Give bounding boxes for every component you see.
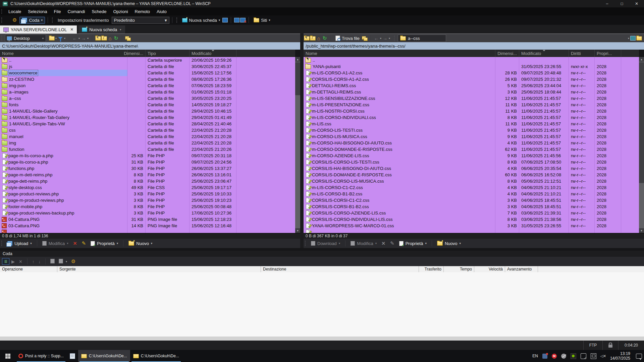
start-button[interactable] <box>0 350 15 362</box>
download-button[interactable]: Download ▾ <box>309 240 342 247</box>
toolbar-grip[interactable] <box>1 36 3 41</box>
tray-app-notification-icon[interactable] <box>542 354 547 359</box>
queue-items-icon[interactable] <box>59 259 63 264</box>
file-row[interactable]: 03-Cattura.PNG 14 KB PNG Image file 15/0… <box>0 223 295 229</box>
file-row[interactable]: DETTAGLI-REIMS.css 5 KB 25/06/2025 23:44… <box>304 82 639 89</box>
edit-button[interactable]: Modifica ▾ <box>40 240 71 247</box>
notification-center-icon[interactable] <box>636 354 642 359</box>
queue-body[interactable] <box>0 272 644 337</box>
usb-eject-icon[interactable] <box>581 353 586 359</box>
chevron-down-icon[interactable]: ▾ <box>219 18 220 22</box>
forward-icon[interactable]: → <box>80 36 87 41</box>
file-row[interactable]: page-m-dett-reims.php 8 KB File PHP 26/0… <box>0 172 295 178</box>
file-row[interactable]: CORSILIS-CORSO-AZIENDE-LIS.css 7 KB 03/0… <box>304 210 639 216</box>
chevron-down-icon[interactable]: ▾ <box>375 242 377 245</box>
new-tab-button[interactable]: Nuova scheda ▾ <box>180 17 222 23</box>
chevron-down-icon[interactable]: ▾ <box>425 242 427 245</box>
parent-directory-icon[interactable] <box>304 36 310 41</box>
file-row[interactable]: page-m-lis-corso-a.php 25 KB File PHP 09… <box>0 153 295 159</box>
local-path-bar[interactable]: C:\Users\Gokuh\Desktop\WORDPRESS-YANA-MA… <box>0 42 300 50</box>
chevron-down-icon[interactable]: ▾ <box>120 28 121 31</box>
remote-scrollbar[interactable]: ▲ ▼ <box>639 57 644 233</box>
refresh-icon[interactable]: ↻ <box>322 35 328 41</box>
file-row[interactable]: a--css Cartella di file 30/05/2025 23:20… <box>0 95 295 102</box>
column-header-modified[interactable]: Modificato <box>190 50 236 57</box>
scroll-up-icon[interactable]: ▲ <box>639 57 644 62</box>
file-row[interactable]: style-desktop.css 49 KB File CSS 25/06/2… <box>0 184 295 191</box>
column-header-size[interactable]: Dimensi... <box>127 50 146 57</box>
file-row[interactable] <box>0 229 295 233</box>
toolbar-grip[interactable] <box>1 241 3 246</box>
local-scrollbar[interactable]: ▲ ▼ <box>295 57 300 233</box>
chevron-down-icon[interactable]: ▾ <box>78 37 80 40</box>
queue-column-header[interactable]: Destinazione <box>261 266 419 272</box>
scroll-down-icon[interactable]: ▼ <box>639 228 644 233</box>
file-row[interactable]: YANA-pulsanti 31/05/2025 23:26:55 rwxr-x… <box>304 63 639 70</box>
file-row[interactable]: m-LIS-CORSO-A1-A2.css 28 KB 09/07/2025 2… <box>304 70 639 76</box>
taskbar-browser-window[interactable]: Post a reply :: Supp... <box>15 350 67 362</box>
directory-tree-icon[interactable] <box>636 36 642 41</box>
clock[interactable]: 13:19 14/07/2025 <box>610 351 630 361</box>
open-directory-icon[interactable] <box>49 36 55 41</box>
file-row[interactable]: page-product-reviews.php 3 KB File PHP 2… <box>0 191 295 197</box>
filter-icon[interactable] <box>57 37 63 40</box>
toolbar-overflow-icon[interactable]: ▾ <box>628 37 629 40</box>
queue-column-header[interactable]: Trasferito <box>419 266 444 272</box>
chevron-down-icon[interactable]: ▾ <box>67 242 68 245</box>
volume-muted-icon[interactable]: ◁✕ <box>601 354 606 359</box>
root-directory-icon[interactable] <box>310 36 316 41</box>
file-row[interactable]: page-lis-corso-a.php 31 KB File PHP 09/0… <box>0 159 295 165</box>
rename-button[interactable]: ✎ <box>388 239 397 247</box>
file-row[interactable]: m-LIS-SENSIBILIZZAZIONE.css 12 KB 11/06/… <box>304 95 639 102</box>
copy-session-icon[interactable] <box>362 36 368 40</box>
file-row[interactable]: CORSILIS-CORSI-B1-B2.css 3 KB 04/06/2025… <box>304 203 639 210</box>
file-row[interactable]: img-json Cartella di file 07/06/2025 18:… <box>0 82 295 89</box>
file-row[interactable] <box>304 229 639 233</box>
taskbar-explorer-window-1[interactable]: C:\Users\Gokuh\De... <box>78 350 130 362</box>
menu-seleziona[interactable]: Seleziona <box>24 9 50 14</box>
file-row[interactable]: fonts Cartella di file 14/05/2025 19:18:… <box>0 102 295 108</box>
local-location-select[interactable]: Desktop ▾ <box>5 35 46 42</box>
taskbar-explorer-window-2[interactable]: C:\Users\Gokuh\De... <box>130 350 182 362</box>
tab-new-session[interactable]: Nuova scheda ▾ <box>78 25 125 34</box>
file-row[interactable]: zz-CESTINO Cartella di file 08/06/2025 1… <box>0 76 295 82</box>
show-queue-button[interactable]: Coda ▾ <box>19 17 45 24</box>
rename-button[interactable]: ✎ <box>79 239 88 247</box>
file-row[interactable]: woocommerce Cartella di file 15/06/2025 … <box>0 70 295 76</box>
file-row[interactable]: css Cartella di file 22/04/2025 21:20:28 <box>0 127 295 133</box>
file-row[interactable]: 04-Cattura.PNG 31 KB PNG Image file 15/0… <box>0 216 295 223</box>
panel-layout-icon[interactable] <box>630 36 636 41</box>
file-row[interactable]: footer-mobile.php 8 KB File PHP 25/06/20… <box>0 203 295 210</box>
toolbar-grip[interactable] <box>1 9 3 14</box>
column-header-modified[interactable]: Modificato <box>519 50 569 57</box>
scrollbar-thumb[interactable] <box>295 62 300 95</box>
queue-column-header[interactable]: Velocità <box>474 266 505 272</box>
file-row[interactable]: CORSILIS-CORSI-A1-A2.css 26 KB 09/07/202… <box>304 76 639 82</box>
home-directory-icon[interactable]: ⌂ <box>107 36 113 41</box>
root-directory-icon[interactable] <box>101 36 107 41</box>
chevron-down-icon[interactable]: ▾ <box>55 37 57 40</box>
upload-button[interactable]: Upload ▾ <box>5 240 34 247</box>
menu-locale[interactable]: Locale <box>5 9 24 14</box>
queue-toggle-button[interactable]: ≣ <box>2 258 9 265</box>
chevron-down-icon[interactable]: ▾ <box>64 37 65 40</box>
file-row[interactable]: m-LIS-NOSTRI-CORSI.css 11 KB 11/06/2025 … <box>304 108 639 114</box>
file-row[interactable]: m-CORSO-HAI-BISOGNO-DI-AIUTO.css 4 KB 11… <box>304 140 639 146</box>
chevron-down-icon[interactable]: ▾ <box>30 242 32 245</box>
tab-yana-server[interactable]: YANA SERVER/CLONE.LOL ✕ <box>0 25 77 34</box>
menu-aiuto[interactable]: Aiuto <box>153 9 170 14</box>
menu-schede[interactable]: Schede <box>88 9 110 14</box>
parent-directory-icon[interactable] <box>95 36 101 41</box>
home-directory-icon[interactable]: ⌂ <box>316 36 322 41</box>
chevron-down-icon[interactable]: ▾ <box>117 242 118 245</box>
refresh-icon[interactable]: ↻ <box>113 35 119 41</box>
queue-move-up-icon[interactable]: ↑ <box>32 259 35 264</box>
queue-scrollbar[interactable] <box>0 337 644 341</box>
queue-move-down-icon[interactable]: ↓ <box>38 259 41 264</box>
queue-cancel-icon[interactable]: ✕ <box>19 259 22 264</box>
menu-comandi[interactable]: Comandi <box>64 9 88 14</box>
chevron-down-icon[interactable]: ▾ <box>459 242 461 245</box>
file-row[interactable]: 1-MANUEL-Simple-Tabs-VW Cartella di file… <box>0 121 295 127</box>
remote-location-box[interactable]: a--css <box>398 35 446 42</box>
chevron-down-icon[interactable]: ▾ <box>389 37 390 40</box>
